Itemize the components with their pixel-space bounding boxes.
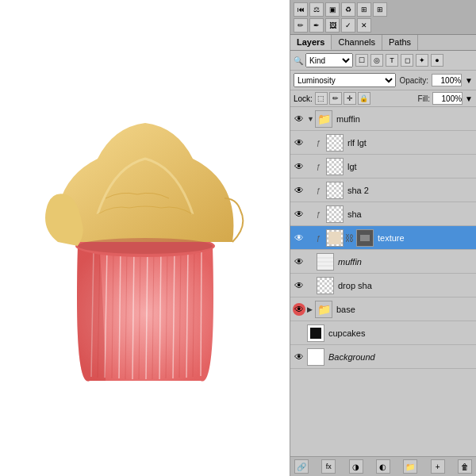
brush-icon[interactable]: ✏ — [294, 18, 308, 33]
tab-layers[interactable]: Layers — [290, 35, 332, 50]
layer-name-label: cupcakes — [328, 328, 474, 338]
lock-icons: ⬚ ✏ ✛ 🔒 — [315, 92, 416, 105]
square-icon[interactable]: ▣ — [325, 2, 340, 17]
fx-marker: ƒ — [317, 139, 324, 147]
filter-adjust-icon[interactable]: ◎ — [370, 54, 383, 67]
layer-item[interactable]: 👁ƒsha — [290, 202, 476, 226]
fill-input[interactable] — [432, 92, 463, 105]
svg-rect-26 — [310, 328, 321, 339]
visibility-eye-icon[interactable]: 👁 — [293, 113, 305, 125]
layer-item[interactable]: 👁ƒsha 2 — [290, 178, 476, 202]
layer-name-label: Background — [328, 352, 474, 362]
group-arrow-icon[interactable]: ▼ — [307, 115, 313, 123]
layer-thumbnail — [317, 277, 334, 294]
visibility-eye-icon[interactable] — [293, 327, 305, 340]
layer-thumbnail — [326, 134, 344, 152]
new-layer-icon[interactable]: + — [431, 459, 445, 474]
visibility-eye-icon[interactable]: 👁 — [293, 279, 305, 292]
visibility-eye-icon[interactable]: 👁 — [293, 303, 305, 316]
layer-name-label: rlf lgt — [347, 138, 474, 148]
layer-item[interactable]: cupcakes — [290, 321, 476, 345]
visibility-eye-icon[interactable]: 👁 — [293, 184, 305, 197]
opacity-arrow[interactable]: ▼ — [465, 76, 473, 85]
layer-thumbnail — [307, 348, 324, 366]
layer-thumbnail: 📁 — [315, 301, 332, 318]
visibility-eye-icon[interactable]: 👁 — [293, 255, 305, 268]
filter-smart-icon[interactable]: ✦ — [416, 54, 428, 67]
layer-item[interactable]: 👁▶📁base — [290, 298, 476, 321]
layer-item[interactable]: 👁ƒrlf lgt — [290, 131, 476, 155]
fill-arrow[interactable]: ▼ — [465, 94, 473, 103]
adjustment-icon[interactable]: ◐ — [376, 459, 390, 474]
svg-line-8 — [201, 249, 202, 376]
layer-item[interactable]: 👁▼📁muffin — [290, 107, 476, 131]
layer-thumbnail — [317, 253, 334, 271]
history-icon[interactable]: ⏮ — [294, 2, 308, 17]
blend-row: Luminosity Normal Multiply Screen Opacit… — [290, 71, 476, 90]
panel-tabs: Layers Channels Paths — [290, 35, 476, 51]
lock-paint-icon[interactable]: ✏ — [329, 92, 342, 105]
fx-marker: ƒ — [317, 186, 324, 194]
fx-marker: ƒ — [317, 210, 324, 218]
layer-name-label: texture — [378, 233, 474, 243]
plus-icon[interactable]: ⊞ — [357, 2, 371, 17]
visibility-eye-icon[interactable]: 👁 — [293, 160, 305, 173]
link-icon[interactable]: 🔗 — [294, 459, 309, 474]
x-icon[interactable]: ✕ — [357, 18, 371, 33]
filter-pixel-icon[interactable]: ☐ — [355, 54, 368, 67]
mask-icon[interactable]: ◑ — [349, 459, 363, 474]
layer-item[interactable]: 👁ƒlgt — [290, 155, 476, 178]
layer-item[interactable]: 👁ƒ⛓texture — [290, 226, 476, 250]
filter-text-icon[interactable]: T — [386, 54, 398, 67]
tab-channels[interactable]: Channels — [332, 35, 382, 50]
canvas-area — [0, 0, 290, 476]
filter-toggle-icon[interactable]: ● — [431, 54, 443, 67]
chain-link-icon: ⛓ — [345, 233, 354, 243]
layer-thumbnail — [307, 324, 324, 342]
fx-icon[interactable]: fx — [321, 459, 336, 474]
fx-marker: ƒ — [317, 234, 324, 242]
filter-row: 🔍 Kind Name Effect ☐ ◎ T ◻ ✦ ● — [290, 51, 476, 71]
svg-point-18 — [78, 238, 213, 254]
layer-item[interactable]: 👁Background — [290, 345, 476, 369]
pen-icon[interactable]: ✒ — [309, 18, 324, 33]
visibility-eye-icon[interactable]: 👁 — [293, 232, 305, 244]
svg-rect-19 — [328, 232, 341, 244]
layer-name-label: lgt — [347, 162, 474, 171]
tab-paths[interactable]: Paths — [382, 35, 418, 50]
delete-icon[interactable]: 🗑 — [458, 459, 472, 474]
layer-thumbnail-2 — [356, 229, 374, 247]
scale-icon[interactable]: ⚖ — [309, 2, 324, 17]
layer-name-label: base — [336, 305, 474, 314]
lock-transparent-icon[interactable]: ⬚ — [315, 92, 328, 105]
layer-item[interactable]: 👁drop sha — [290, 274, 476, 298]
check-icon[interactable]: ✓ — [341, 18, 355, 33]
layer-thumbnail — [326, 229, 344, 247]
panel-toolbar: ⏮ ⚖ ▣ ♻ ⊞ ⊞ ✏ ✒ 🖼 ✓ ✕ — [290, 0, 476, 35]
layer-item[interactable]: 👁muffin — [290, 250, 476, 274]
visibility-eye-icon[interactable]: 👁 — [293, 208, 305, 221]
kind-dropdown[interactable]: Kind Name Effect — [305, 53, 353, 67]
layers-list: 👁▼📁muffin👁ƒrlf lgt👁ƒlgt👁ƒsha 2👁ƒsha👁ƒ⛓te… — [290, 107, 476, 456]
grid-icon[interactable]: ⊞ — [373, 2, 387, 17]
opacity-input[interactable] — [432, 74, 462, 86]
muffin-illustration — [34, 79, 256, 397]
recycle-icon[interactable]: ♻ — [341, 2, 355, 17]
image-icon[interactable]: 🖼 — [325, 18, 340, 33]
filter-shape-icon[interactable]: ◻ — [401, 54, 413, 67]
visibility-eye-icon[interactable]: 👁 — [293, 351, 305, 363]
folder-icon[interactable]: 📁 — [403, 459, 417, 474]
lock-move-icon[interactable]: ✛ — [344, 92, 356, 105]
blend-mode-dropdown[interactable]: Luminosity Normal Multiply Screen — [294, 73, 396, 87]
layer-name-label: muffin — [336, 114, 474, 124]
layers-panel: ⏮ ⚖ ▣ ♻ ⊞ ⊞ ✏ ✒ 🖼 ✓ ✕ Layers Channels Pa… — [290, 0, 476, 476]
group-arrow-icon[interactable]: ▶ — [307, 305, 313, 313]
fill-label: Fill: — [418, 94, 431, 103]
bottom-toolbar: 🔗 fx ◑ ◐ 📁 + 🗑 — [290, 456, 476, 476]
lock-label: Lock: — [294, 94, 313, 103]
lock-all-icon[interactable]: 🔒 — [358, 92, 370, 105]
visibility-eye-icon[interactable]: 👁 — [293, 136, 305, 149]
opacity-label: Opacity: — [399, 76, 428, 85]
layer-name-label: drop sha — [338, 281, 474, 290]
lock-row: Lock: ⬚ ✏ ✛ 🔒 Fill: ▼ — [290, 90, 476, 107]
